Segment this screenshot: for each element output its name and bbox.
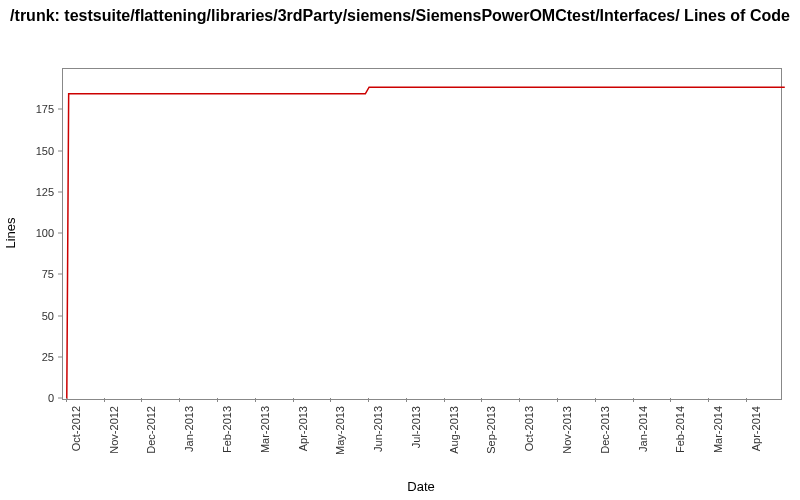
x-tick-mark (481, 398, 482, 402)
y-tick-mark (58, 150, 62, 151)
y-tick-label: 50 (42, 310, 54, 322)
x-tick-mark (141, 398, 142, 402)
x-tick-label: Dec-2013 (599, 406, 611, 454)
y-tick-label: 150 (36, 145, 54, 157)
y-tick-mark (58, 233, 62, 234)
data-line (63, 69, 781, 399)
x-tick-label: May-2013 (334, 406, 346, 455)
y-tick-label: 75 (42, 268, 54, 280)
x-tick-label: Jan-2013 (183, 406, 195, 452)
y-tick-label: 100 (36, 227, 54, 239)
x-tick-mark (670, 398, 671, 402)
x-tick-mark (330, 398, 331, 402)
x-tick-mark (179, 398, 180, 402)
x-tick-label: Feb-2013 (221, 406, 233, 453)
chart-title: /trunk: testsuite/flattening/libraries/3… (0, 0, 800, 26)
x-tick-mark (368, 398, 369, 402)
x-tick-mark (746, 398, 747, 402)
x-tick-mark (557, 398, 558, 402)
x-tick-label: Nov-2013 (561, 406, 573, 454)
x-tick-mark (519, 398, 520, 402)
x-tick-label: Sep-2013 (485, 406, 497, 454)
x-tick-label: Nov-2012 (108, 406, 120, 454)
y-tick-label: 25 (42, 351, 54, 363)
chart-container: /trunk: testsuite/flattening/libraries/3… (0, 0, 800, 500)
y-tick-label: 0 (48, 392, 54, 404)
x-tick-label: Apr-2014 (750, 406, 762, 451)
x-tick-label: Mar-2014 (712, 406, 724, 453)
x-tick-label: Jan-2014 (637, 406, 649, 452)
x-tick-mark (633, 398, 634, 402)
y-tick-mark (58, 356, 62, 357)
x-tick-mark (444, 398, 445, 402)
x-tick-label: Apr-2013 (297, 406, 309, 451)
y-tick-mark (58, 398, 62, 399)
x-tick-label: Oct-2013 (523, 406, 535, 451)
x-tick-mark (406, 398, 407, 402)
y-tick-mark (58, 191, 62, 192)
x-tick-label: Dec-2012 (145, 406, 157, 454)
y-tick-mark (58, 315, 62, 316)
x-tick-mark (708, 398, 709, 402)
x-tick-label: Feb-2014 (674, 406, 686, 453)
x-tick-label: Aug-2013 (448, 406, 460, 454)
series-line (67, 87, 785, 399)
x-tick-mark (293, 398, 294, 402)
x-tick-label: Jul-2013 (410, 406, 422, 448)
plot-area (62, 68, 782, 400)
x-tick-label: Oct-2012 (70, 406, 82, 451)
x-tick-label: Mar-2013 (259, 406, 271, 453)
y-tick-mark (58, 274, 62, 275)
y-tick-label: 175 (36, 103, 54, 115)
x-tick-label: Jun-2013 (372, 406, 384, 452)
x-tick-mark (217, 398, 218, 402)
x-tick-mark (595, 398, 596, 402)
x-tick-mark (255, 398, 256, 402)
y-tick-mark (58, 109, 62, 110)
x-axis-ticks: Oct-2012Nov-2012Dec-2012Jan-2013Feb-2013… (62, 398, 780, 488)
y-tick-label: 125 (36, 186, 54, 198)
y-axis-ticks: 0255075100125150175 (0, 68, 58, 398)
x-tick-mark (66, 398, 67, 402)
x-tick-mark (104, 398, 105, 402)
